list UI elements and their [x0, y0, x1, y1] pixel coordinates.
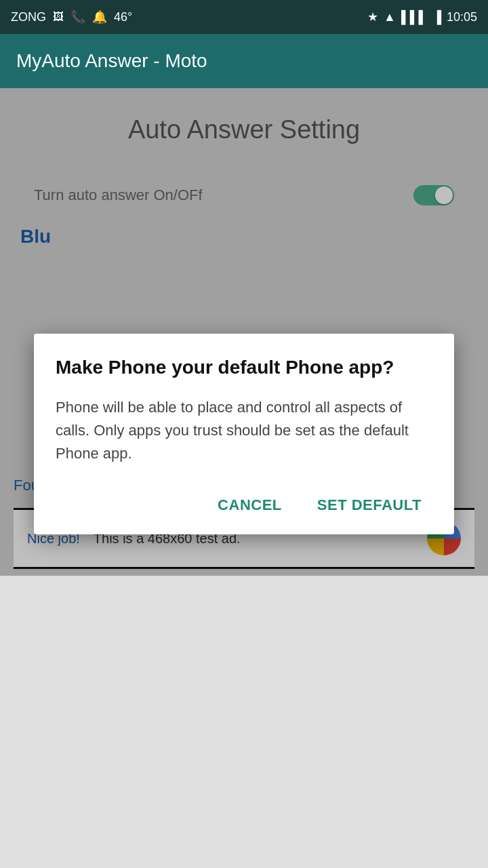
status-right: ★ ▲ ▌▌▌ ▐ 10:05: [367, 9, 477, 24]
carrier-label: ZONG: [11, 10, 46, 24]
signal-icon: ▌▌▌: [401, 10, 427, 24]
set-default-button[interactable]: SET DEFAULT: [306, 490, 432, 521]
battery-icon: ▐: [432, 10, 441, 24]
time-label: 10:05: [447, 10, 477, 24]
dialog: Make Phone your default Phone app? Phone…: [34, 334, 454, 535]
blu-text: Blu: [20, 226, 51, 248]
setting-title: Auto Answer Setting: [20, 115, 468, 144]
toggle-row: Turn auto answer On/OFf: [20, 178, 468, 212]
dialog-title: Make Phone your default Phone app?: [56, 355, 432, 380]
toggle-label: Turn auto answer On/OFf: [34, 186, 203, 204]
call-icon: 📞: [70, 9, 85, 24]
temperature-label: 46°: [114, 10, 132, 24]
status-left: ZONG 🖼 📞 🔔 46°: [11, 9, 132, 24]
toggle-switch[interactable]: [413, 185, 454, 205]
cancel-button[interactable]: CANCEL: [207, 490, 293, 521]
app-bar: MyAuto Answer - Moto: [0, 34, 488, 88]
notification-icon: 🔔: [92, 9, 107, 24]
dialog-body: Phone will be able to place and control …: [56, 396, 432, 465]
dialog-actions: CANCEL SET DEFAULT: [56, 490, 432, 521]
wifi-icon: ▲: [384, 10, 396, 24]
gallery-icon: 🖼: [53, 11, 64, 23]
app-bar-title: MyAuto Answer - Moto: [16, 50, 207, 72]
status-bar: ZONG 🖼 📞 🔔 46° ★ ▲ ▌▌▌ ▐ 10:05: [0, 0, 488, 34]
toggle-thumb: [435, 186, 453, 204]
bluetooth-icon: ★: [367, 9, 378, 24]
